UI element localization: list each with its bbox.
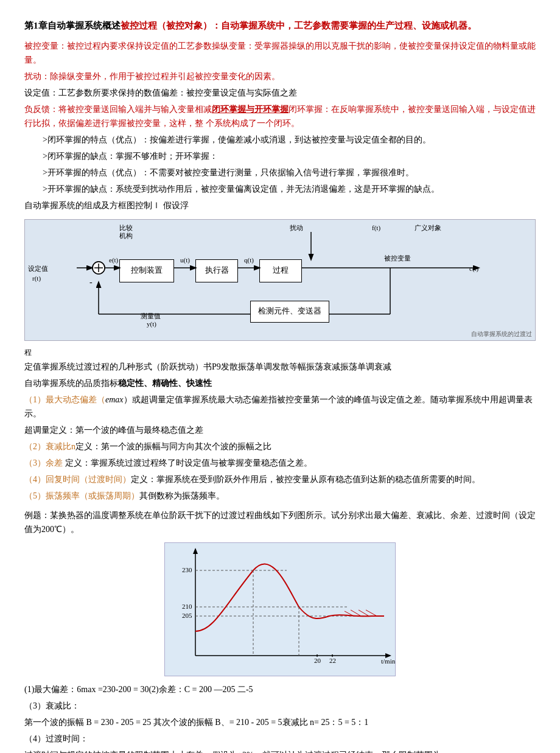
para-residual-error: （3）余差 定义：掌握系统过渡过程终了时设定值与被掌握变量稳态值之差。 (24, 456, 536, 470)
para-oscillation-freq: （5）振荡频率（或振荡周期）其倒数称为振荡频率。 (24, 489, 536, 503)
para13-rest: 其倒数称为振荡频率。 (139, 491, 225, 500)
title-normal-part: 第1章自动掌握系统概述 (24, 21, 121, 30)
open-loop-disadvantage: >开环掌握的缺点：系统受到扰动作用后，被控变量偏离设定值，并无法消退偏差，这是开… (43, 182, 536, 196)
result5: 过渡时间与规定的被控变量的限制范围大小有关，假设为+2%，就可以认为过渡过程已经… (24, 748, 536, 753)
svg-text:210: 210 (182, 603, 192, 610)
svg-text:20: 20 (314, 657, 321, 664)
para-disturbance: 扰动：除操纵变量外，作用于被控过程并引起被控变量变化的因素。 (24, 69, 536, 83)
para-overshoot-def: 超调量定义：第一个波的峰值与最终稳态值之差 (24, 423, 536, 437)
result4: （4）过渡时间： (24, 732, 536, 746)
para-system-composition: 自动掌握系统的组成及方框图控制ｌ 假设浮 (24, 198, 536, 212)
detector-box: 检测元件、变送器 (250, 301, 329, 323)
closed-loop-disadvantage: >闭环掌握的缺点：掌握不够准时；开环掌握： (43, 149, 536, 163)
para10-rest: 定义：第一个波的振幅与同方向其次个波的振幅之比 (75, 442, 271, 451)
para4-bold: 闭环掌握与开环掌握 (212, 105, 289, 114)
page-title: 第1章自动掌握系统概述被控过程（被控对象）：自动掌握系统中，工艺参数需要掌握的生… (24, 18, 536, 34)
svg-text:-: - (89, 278, 93, 287)
svg-text:230: 230 (182, 566, 192, 573)
detector-label: 检测元件、变送器 (258, 305, 321, 318)
closed-loop-advantage: >闭环掌握的特点（优点）：按偏差进行掌握，使偏差减小或消退，到达被控变量与设定值… (43, 133, 536, 147)
diagram-caption: 自动掌握系统的过渡过 (471, 329, 532, 339)
para-controlled-var: 被控变量：被控过程内要求保持设定值的工艺参数操纵变量：受掌握器操纵的用以克服干扰… (24, 39, 536, 67)
response-chart: t/min 230 210 205 20 22 (164, 542, 396, 676)
para-recovery-time: （4）回复时间（过渡时间）定义：掌握系统在受到阶跃外作用后，被控变量从原有稳态值… (24, 472, 536, 486)
diagram-caption2-text: 程 (24, 347, 32, 359)
para-setpoint: 设定值：工艺参数所要求保持的数值偏差：被控变量设定值与实际值之差 (24, 86, 536, 100)
para-quality-indicators: 自动掌握系统的品质指标稳定性、精确性、快速性 (24, 376, 536, 390)
label-yt: y(t) (147, 319, 156, 330)
chart-svg: t/min 230 210 205 20 22 (165, 543, 396, 677)
svg-marker-15 (193, 548, 198, 554)
para-max-deviation: （1）最大动态偏差（emax）或超调量定值掌握系统最大动态偏差指被控变量第一个波… (24, 393, 536, 421)
result1: (1)最大偏差：6max =230-200 = 30(2)余差：C = 200 … (24, 682, 536, 696)
result3: 第一个波的振幅 B = 230 - 205 = 25 其次个波的振幅 B、= 2… (24, 715, 536, 729)
para11-rest: 定义：掌握系统过渡过程终了时设定值与被掌握变量稳态值之差。 (63, 458, 312, 468)
para7-prefix: 自动掌握系统的品质指标 (24, 379, 118, 388)
diagram-caption2-line: 程 (24, 347, 536, 359)
result2: （3）衰减比： (24, 699, 536, 713)
title-bold-part: 被控过程（被控对象）：自动掌握系统中，工艺参数需要掌握的生产过程、设施或机器。 (121, 21, 477, 30)
para12-rest: 定义：掌握系统在受到阶跃外作用后，被控变量从原有稳态值到达新的稳态值所需要的时间… (131, 475, 480, 484)
orange-num-1: （1）最大动态偏差（ (24, 395, 105, 404)
open-loop-advantage: >开环掌握的特点（优点）：不需要对被控变量进行测量，只依据输入信号进行掌握，掌握… (43, 166, 536, 180)
example-text: 例题：某换热器的温度调整系统在单位阶跃干扰下的过渡过程曲线如下列图所示。试分别求… (24, 508, 536, 536)
svg-text:22: 22 (329, 657, 336, 664)
svg-text:205: 205 (182, 612, 192, 619)
svg-text:t/min: t/min (381, 657, 396, 665)
orange-num-5: （5）振荡频率（或振荡周期） (24, 491, 139, 500)
para-decay-ratio: （2）衰减比n定义：第一个波的振幅与同方向其次个波的振幅之比 (24, 440, 536, 454)
orange-num-3: （3）余差 (24, 458, 63, 468)
para-transition-forms: 定值掌握系统过渡过程的几种形式（阶跃扰动）书P9发散振荡单调发散等幅振荡衰减振荡… (24, 360, 536, 374)
orange-num-4: （4）回复时间（过渡时间） (24, 475, 131, 484)
para7-bold: 稳定性、精确性、快速性 (118, 379, 212, 388)
control-diagram: 比较 机构 扰动 f(t) 广义对象 设定值 r(t) e(t) 控制装置 u(… (24, 219, 536, 341)
orange-num-2: （2）衰减比n (24, 442, 75, 451)
para-feedback: 负反馈：将被控变量送回输入端并与输入变量相减闭环掌握与开环掌握闭环掌握：在反响掌… (24, 102, 536, 130)
para4-prefix: 负反馈：将被控变量送回输入端并与输入变量相减 (24, 105, 212, 114)
emax-italic: emax (105, 395, 124, 404)
